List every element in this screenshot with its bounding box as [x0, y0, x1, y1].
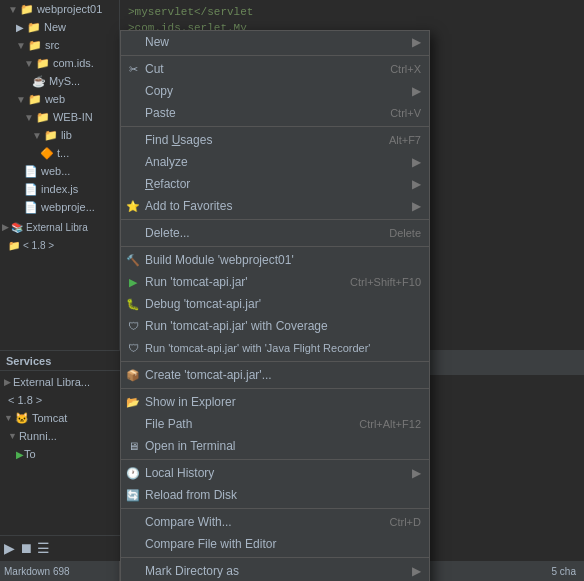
shortcut-label: Ctrl+X [390, 63, 421, 75]
markdown-bar: Markdown 698 [0, 561, 120, 581]
tree-item-jdk[interactable]: 📁 < 1.8 > [0, 236, 119, 254]
history-icon: 🕐 [125, 467, 141, 480]
separator [121, 557, 429, 558]
create-jar-icon: 📦 [125, 369, 141, 382]
menu-item-favorites[interactable]: ⭐ Add to Favorites ▶ [121, 195, 429, 217]
menu-item-run-jar[interactable]: ▶ Run 'tomcat-api.jar' Ctrl+Shift+F10 [121, 271, 429, 293]
tree-item-webproject[interactable]: ▼ 📁 webproject01 [0, 0, 119, 18]
menu-label: Compare File with Editor [145, 537, 276, 551]
shortcut-label: Ctrl+Alt+F12 [359, 418, 421, 430]
menu-item-local-history[interactable]: 🕐 Local History ▶ [121, 462, 429, 484]
service-label: To [24, 448, 36, 460]
service-label: < 1.8 > [8, 394, 42, 406]
menu-item-file-path[interactable]: File Path Ctrl+Alt+F12 [121, 413, 429, 435]
cut-icon: ✂ [125, 63, 141, 76]
menu-item-analyze[interactable]: Analyze ▶ [121, 151, 429, 173]
flight-icon: 🛡 [125, 342, 141, 354]
menu-item-find-usages[interactable]: Find Usages Alt+F7 [121, 129, 429, 151]
service-play-icon[interactable]: ▶ [4, 540, 15, 556]
tree-item-webinf[interactable]: ▼ 📁 WEB-IN [0, 108, 119, 126]
service-extlibs[interactable]: ▶ External Libra... [0, 373, 120, 391]
menu-label: Mark Directory as [145, 564, 239, 578]
menu-label: New [145, 35, 169, 49]
menu-label: Find Usages [145, 133, 212, 147]
menu-item-show-explorer[interactable]: 📂 Show in Explorer [121, 391, 429, 413]
services-content: ▶ External Libra... < 1.8 > ▼ 🐱 Tomcat ▼… [0, 371, 120, 465]
service-running[interactable]: ▼ Runni... [0, 427, 120, 445]
menu-label: Local History [145, 466, 214, 480]
tree-label: webproject01 [37, 3, 102, 15]
tree-label: webproje... [41, 201, 95, 213]
tree-label: < 1.8 > [23, 240, 54, 251]
build-icon: 🔨 [125, 254, 141, 267]
menu-item-compare[interactable]: Compare With... Ctrl+D [121, 511, 429, 533]
tree-item-webproject2[interactable]: 📄 webproje... [0, 198, 119, 216]
tree-label: WEB-IN [53, 111, 93, 123]
services-title: Services [6, 355, 51, 367]
menu-item-terminal[interactable]: 🖥 Open in Terminal [121, 435, 429, 457]
menu-label: Copy [145, 84, 173, 98]
menu-item-build[interactable]: 🔨 Build Module 'webproject01' [121, 249, 429, 271]
menu-item-coverage[interactable]: 🛡 Run 'tomcat-api.jar' with Coverage [121, 315, 429, 337]
service-jdk[interactable]: < 1.8 > [0, 391, 120, 409]
shortcut-label: Ctrl+D [390, 516, 421, 528]
service-list-icon[interactable]: ☰ [37, 540, 50, 556]
tree-item-new[interactable]: ▶ 📁 New [0, 18, 119, 36]
markdown-label: Markdown 698 [4, 566, 70, 577]
favorites-icon: ⭐ [125, 200, 141, 213]
menu-label: Show in Explorer [145, 395, 236, 409]
menu-label: Delete... [145, 226, 190, 240]
tree-item-extlibs[interactable]: ▶ 📚 External Libra [0, 218, 119, 236]
tree-item-myservlet[interactable]: ☕ MyS... [0, 72, 119, 90]
shortcut-label: Delete [389, 227, 421, 239]
tree-item-webxml[interactable]: 📄 web... [0, 162, 119, 180]
separator [121, 219, 429, 220]
menu-item-debug-jar[interactable]: 🐛 Debug 'tomcat-api.jar' [121, 293, 429, 315]
tree-item-src[interactable]: ▼ 📁 src [0, 36, 119, 54]
services-header: Services [0, 351, 120, 371]
debug-icon: 🐛 [125, 298, 141, 311]
tree-item-indexjs[interactable]: 📄 index.js [0, 180, 119, 198]
service-stop-icon[interactable]: ⏹ [19, 540, 33, 556]
tree-item-lib[interactable]: ▼ 📁 lib [0, 126, 119, 144]
menu-item-delete[interactable]: Delete... Delete [121, 222, 429, 244]
service-tomcat[interactable]: ▼ 🐱 Tomcat [0, 409, 120, 427]
ide-background: ▼ 📁 webproject01 ▶ 📁 New ▼ 📁 src ▼ 📁 com… [0, 0, 584, 581]
menu-item-copy[interactable]: Copy ▶ [121, 80, 429, 102]
menu-item-cut[interactable]: ✂ Cut Ctrl+X [121, 58, 429, 80]
menu-label: Create 'tomcat-api.jar'... [145, 368, 272, 382]
explorer-icon: 📂 [125, 396, 141, 409]
tree-label: lib [61, 129, 72, 141]
context-menu: New ▶ ✂ Cut Ctrl+X Copy ▶ Paste Ctrl+V F… [120, 30, 430, 581]
services-toolbar: ▶ ⏹ ☰ [0, 535, 120, 559]
menu-label: Run 'tomcat-api.jar' with Coverage [145, 319, 328, 333]
code-line-1: >myservlet</servlet [120, 4, 584, 20]
service-label: Runni... [19, 430, 57, 442]
tree-item-web[interactable]: ▼ 📁 web [0, 90, 119, 108]
tree-item-jar[interactable]: 🔶 t... [0, 144, 119, 162]
tree-label: web... [41, 165, 70, 177]
service-label: External Libra... [13, 376, 90, 388]
menu-item-new[interactable]: New ▶ [121, 31, 429, 53]
menu-label: File Path [145, 417, 192, 431]
menu-item-mark-dir[interactable]: Mark Directory as ▶ [121, 560, 429, 581]
menu-item-paste[interactable]: Paste Ctrl+V [121, 102, 429, 124]
tree-label: src [45, 39, 60, 51]
menu-label: Build Module 'webproject01' [145, 253, 294, 267]
service-tomcat-instance[interactable]: ▶ To [0, 445, 120, 463]
tree-label: New [44, 21, 66, 33]
menu-label: Paste [145, 106, 176, 120]
menu-item-create-jar[interactable]: 📦 Create 'tomcat-api.jar'... [121, 364, 429, 386]
separator [121, 361, 429, 362]
shortcut-label: Ctrl+Shift+F10 [350, 276, 421, 288]
terminal-icon: 🖥 [125, 440, 141, 452]
separator [121, 55, 429, 56]
menu-item-flight[interactable]: 🛡 Run 'tomcat-api.jar' with 'Java Flight… [121, 337, 429, 359]
menu-item-refactor[interactable]: Refactor ▶ [121, 173, 429, 195]
menu-label: Open in Terminal [145, 439, 236, 453]
submenu-arrow-icon: ▶ [412, 84, 421, 98]
tree-item-comids[interactable]: ▼ 📁 com.ids. [0, 54, 119, 72]
menu-item-compare-editor[interactable]: Compare File with Editor [121, 533, 429, 555]
menu-item-reload[interactable]: 🔄 Reload from Disk [121, 484, 429, 506]
shortcut-label: Ctrl+V [390, 107, 421, 119]
